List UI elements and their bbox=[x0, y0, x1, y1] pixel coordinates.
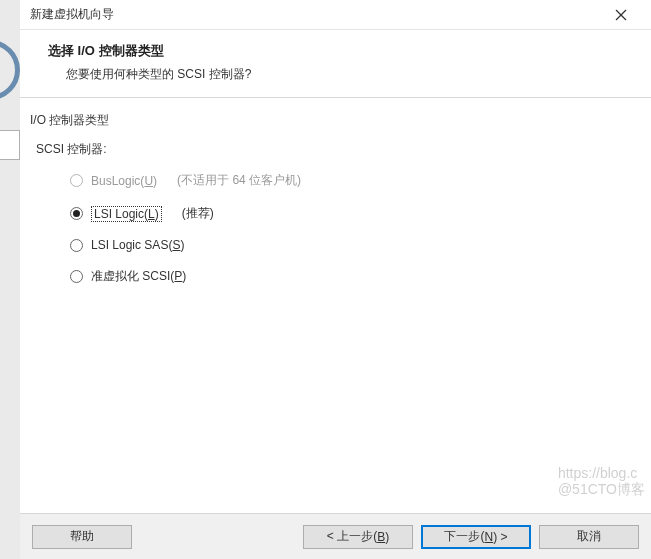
note-lsi: (推荐) bbox=[182, 205, 214, 222]
radio-label-paravirtual: 准虚拟化 SCSI(P) bbox=[91, 268, 186, 285]
next-button[interactable]: 下一步(N) > bbox=[421, 525, 531, 549]
radio-buslogic bbox=[70, 174, 83, 187]
radio-label-lsi: LSI Logic(L) bbox=[91, 206, 162, 222]
titlebar: 新建虚拟机向导 bbox=[20, 0, 651, 30]
radio-row-buslogic: BusLogic(U) (不适用于 64 位客户机) bbox=[70, 172, 641, 189]
scsi-radio-group: BusLogic(U) (不适用于 64 位客户机) LSI Logic(L) … bbox=[70, 172, 641, 285]
wizard-window: 新建虚拟机向导 选择 I/O 控制器类型 您要使用何种类型的 SCSI 控制器?… bbox=[20, 0, 651, 559]
page-title: 选择 I/O 控制器类型 bbox=[48, 42, 631, 60]
radio-lsi[interactable] bbox=[70, 207, 83, 220]
note-buslogic: (不适用于 64 位客户机) bbox=[177, 172, 301, 189]
window-title: 新建虚拟机向导 bbox=[30, 6, 114, 23]
cancel-button[interactable]: 取消 bbox=[539, 525, 639, 549]
close-icon bbox=[615, 9, 627, 21]
scsi-label: SCSI 控制器: bbox=[36, 141, 641, 158]
back-button[interactable]: < 上一步(B) bbox=[303, 525, 413, 549]
close-button[interactable] bbox=[601, 1, 641, 29]
radio-row-paravirtual[interactable]: 准虚拟化 SCSI(P) bbox=[70, 268, 641, 285]
radio-label-buslogic: BusLogic(U) bbox=[91, 174, 157, 188]
page-subtitle: 您要使用何种类型的 SCSI 控制器? bbox=[66, 66, 631, 83]
radio-lsisas[interactable] bbox=[70, 239, 83, 252]
help-button[interactable]: 帮助 bbox=[32, 525, 132, 549]
radio-row-lsi[interactable]: LSI Logic(L) (推荐) bbox=[70, 205, 641, 222]
section-title: I/O 控制器类型 bbox=[30, 112, 641, 129]
wizard-header: 选择 I/O 控制器类型 您要使用何种类型的 SCSI 控制器? bbox=[20, 30, 651, 98]
radio-paravirtual[interactable] bbox=[70, 270, 83, 283]
radio-row-lsisas[interactable]: LSI Logic SAS(S) bbox=[70, 238, 641, 252]
left-decor-box bbox=[0, 130, 20, 160]
button-bar: 帮助 < 上一步(B) 下一步(N) > 取消 bbox=[20, 513, 651, 559]
radio-label-lsisas: LSI Logic SAS(S) bbox=[91, 238, 184, 252]
wizard-content: I/O 控制器类型 SCSI 控制器: BusLogic(U) (不适用于 64… bbox=[20, 98, 651, 513]
